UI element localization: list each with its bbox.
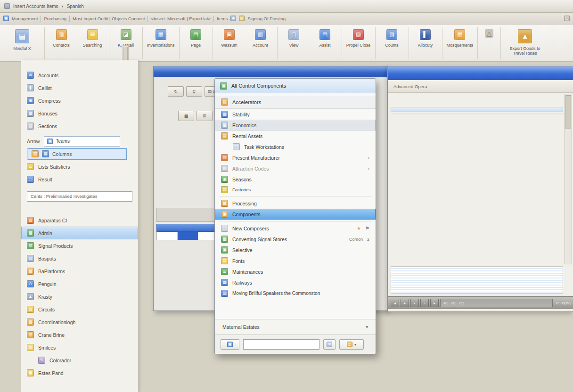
sidebar-item[interactable]: ▦ Bonuses [21,107,138,120]
menu-item[interactable]: ▥ Present Manufacturer › [215,152,376,163]
menubar-item[interactable]: <Insert: Microsoft | Export lat> [151,16,211,21]
sidebar-item[interactable]: ▩ Admin [21,227,138,239]
sidebar-item[interactable]: ▤ Sections [21,120,138,132]
sidebar-item[interactable]: ▣ Estes Pand [21,367,138,379]
dropdown-field[interactable]: Maternal Estates ▾ [215,319,376,335]
popup-footer: ▣ ⊞ ◫ ▾ [215,335,376,354]
menu-item[interactable]: ▦ Railways [215,277,376,288]
menu-item[interactable]: ▦ Processing [215,198,376,209]
chevron-down-icon[interactable]: ▾ [62,4,64,8]
sidebar-item[interactable]: ✎ Colorador [21,354,138,367]
toolbar-button[interactable]: C [186,86,202,97]
menubar-icon[interactable]: ▤ [239,16,245,21]
menu-item[interactable]: ▤ Fonts [215,255,376,266]
sidebar-input-row: Cents : Preliminaried Investigates [21,190,138,203]
menubar-item[interactable]: Management [12,16,38,21]
menu-item-label: Selective [232,247,369,253]
ribbon-button[interactable]: ▢ View [278,26,310,61]
menu-item[interactable]: ▢ Task Workstations [215,141,376,152]
menu-item[interactable]: ▦ Stability [215,109,376,120]
ribbon-button[interactable]: ▦ Mosquements [443,26,477,61]
table-cell-selected[interactable] [178,232,198,240]
popup-footer-grid-button[interactable]: ⊞ [323,339,336,350]
menu-item[interactable]: ▤ Rental Assets [215,131,376,141]
scrollbar-thumb[interactable] [565,95,571,129]
sidebar-framed-item[interactable]: ▥ ▦ Columns [28,148,127,160]
mini-table [156,208,220,240]
status-segment[interactable]: ◂ [391,299,399,307]
toolbar-button[interactable]: ▦ [178,111,194,121]
ribbon-button[interactable]: ▥ Account [245,26,276,61]
table-cell[interactable] [157,232,178,240]
table-header[interactable] [156,224,220,232]
popup-titlebar[interactable]: ▣ All Control Components [215,79,376,93]
toolbar-button[interactable]: ↻ [168,86,184,97]
sidebar-item[interactable]: ▦ BaPlatforms [21,265,138,278]
menu-item-icon: ▤ [221,132,228,139]
sidebar-item-label: Crane Brine [38,332,65,338]
sidebar-item[interactable]: ▣ Compress [21,94,138,107]
toolbar-button[interactable]: ⊞ [196,111,213,121]
sidebar-item[interactable]: ▥ Bospots [21,252,138,265]
popup-footer-input[interactable] [243,339,319,350]
menu-item[interactable]: ▩ Converting Signal Stores Comon 2 [215,234,376,245]
ribbon-button[interactable]: ▣ Wassum [214,26,245,61]
menu-item[interactable]: ▣ Selective [215,245,376,255]
menu-item[interactable]: ▣ Seasons [215,174,376,185]
popup-footer-split-button[interactable]: ◫ ▾ [339,339,364,350]
menu-item[interactable]: ≣ Maintenances [215,266,376,277]
ribbon-button[interactable]: ▨ Propel Close [343,26,374,61]
status-segment[interactable]: ▸ [430,299,439,307]
sidebar-item[interactable]: ▭ Result [21,173,138,186]
menubar-item[interactable]: Purchasing [44,16,66,21]
menu-item[interactable]: ▤ Factories [215,185,376,195]
status-segment[interactable]: ▪ [410,299,419,307]
window-titlebar[interactable] [154,66,387,77]
sidebar-item[interactable]: A Penguin [21,278,138,290]
sidebar-item[interactable]: ≣ Lists Satisfiers [21,160,138,173]
menubar-item[interactable]: Signing Of Pinsting [247,16,286,21]
ribbon-button[interactable]: ✉ Searching [77,26,108,61]
popup-footer-primary-button[interactable]: ▣ [221,339,239,350]
menu-item[interactable]: ▥ Moving Brillful Speakers the Commonsto… [215,288,376,299]
ribbon-button[interactable]: ▲ Export Goods to Travel Rates [502,26,548,61]
sidebar-item[interactable]: ▮ Cellist [21,82,138,94]
ribbon-button[interactable]: ▦ Inventoriations [144,26,178,61]
sidebar-item[interactable]: ✉ Accounts [21,69,138,82]
sidebar-item[interactable]: ▤ Smilees [21,341,138,354]
teams-combobox[interactable]: ▣ Teams [44,136,120,147]
menubar-icon[interactable]: ▢ [564,16,570,21]
menubar-icon[interactable]: ◉ [230,16,236,21]
ribbon-button[interactable]: ▤ Mindful X [1,26,43,61]
vertical-scrollbar[interactable] [565,94,572,264]
ribbon-button[interactable]: △ [479,26,499,61]
ribbon-group-divider [442,27,442,59]
menu-item[interactable]: ▩ Economics [215,120,376,131]
ribbon-button[interactable]: ▤ Page [180,26,212,61]
menu-item[interactable]: ▣ Components [215,209,376,220]
sidebar-item[interactable]: ▤ Circuits [21,303,138,316]
sidebar-item[interactable]: ▲ Krasty [21,290,138,303]
ribbon-button[interactable]: ▧ Counts [377,26,408,61]
sidebar-item-icon: ✎ [38,357,45,364]
menubar-item[interactable]: Most Import Outfit | Objects Connect [73,16,145,21]
menu-item-label: Task Workstations [244,144,369,150]
ribbon-button[interactable]: ▤ Assist [310,26,341,61]
menu-item[interactable]: ▭ New Composers ★ ⚑ [215,223,376,234]
status-segment[interactable]: ▫ [420,299,429,307]
ribbon-button[interactable]: ▌ Allocuty [410,26,441,61]
sidebar-item[interactable]: ▨ Apparatus CI [21,214,138,227]
menubar-icon[interactable]: ▣ [3,16,9,21]
table-row[interactable] [156,232,220,240]
sidebar-item[interactable]: ▥ Crane Brine [21,328,138,341]
status-segment[interactable]: ▸ [401,299,409,307]
sidebar-input[interactable]: Cents : Preliminaried Investigates [27,191,132,202]
sidebar-item[interactable]: ▧ Signal Products [21,239,138,252]
sidebar-item-icon: ▩ [27,229,34,237]
combo-value: Teams [56,139,69,144]
menubar-item[interactable]: Items [217,16,228,21]
menu-item[interactable]: ▨ Attraction Codes › [215,163,376,174]
sidebar-item[interactable]: ▦ Coordinationlogh [21,316,138,328]
ribbon-button[interactable]: ▥ Contacts [46,26,77,61]
window-titlebar[interactable] [388,66,573,80]
